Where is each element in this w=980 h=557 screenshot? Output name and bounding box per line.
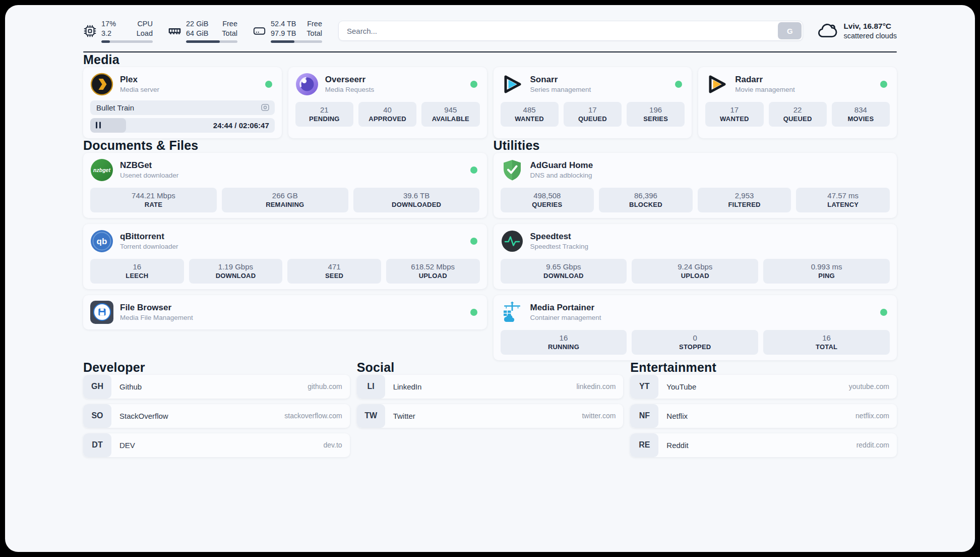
cloud-icon xyxy=(817,21,837,41)
app-link-adguard[interactable]: AdGuard Home DNS and adblocking xyxy=(501,158,890,182)
stat-value: 618.52 Mbps xyxy=(389,262,477,271)
bookmark-dev[interactable]: DT DEV dev.to xyxy=(83,433,350,457)
bookmark-abbr: YT xyxy=(630,375,658,399)
search: G xyxy=(338,21,803,41)
stat-value: 17 xyxy=(567,105,619,114)
stat-label: STOPPED xyxy=(635,343,755,351)
bookmark-stackoverflow[interactable]: SO StackOverflow stackoverflow.com xyxy=(83,404,350,428)
bookmark-name: Reddit xyxy=(666,441,856,450)
app-card-radarr: Radarr Movie management 17 WANTED 22 QUE… xyxy=(698,67,897,138)
stat-label: QUEUED xyxy=(772,115,824,123)
app-card-adguard: AdGuard Home DNS and adblocking 498,508 … xyxy=(494,153,897,218)
app-link-filebrowser[interactable]: File Browser Media File Management xyxy=(90,301,480,324)
stat-tile: 0.993 ms PING xyxy=(763,259,890,284)
stat-tile: 196 SERIES xyxy=(627,102,685,127)
app-title: AdGuard Home xyxy=(530,160,890,171)
search-engine-button[interactable]: G xyxy=(778,22,802,39)
header-bar: 17% 3.2 CPU Load xyxy=(83,19,897,43)
app-title: Speedtest xyxy=(530,232,890,242)
now-playing-row: Bullet Train xyxy=(90,100,275,115)
utilities-column: Utilities AdGuard Home DNS and adbloc xyxy=(494,138,897,360)
app-title: NZBGet xyxy=(120,160,464,171)
stat-label: MOVIES xyxy=(835,115,887,123)
app-link-qbittorrent[interactable]: qb qBittorrent Torrent downloader xyxy=(90,230,480,253)
stat-tile: 21 PENDING xyxy=(295,102,353,127)
storage-progress-fill xyxy=(271,40,294,43)
stat-value: 16 xyxy=(93,262,181,271)
app-title: Radarr xyxy=(735,75,874,85)
app-link-radarr[interactable]: Radarr Movie management xyxy=(705,73,890,96)
playback-time: 24:44 / 02:06:47 xyxy=(213,121,269,130)
stat-tile: 17 QUEUED xyxy=(564,102,622,127)
bookmark-netflix[interactable]: NF Netflix netflix.com xyxy=(630,404,897,428)
storage-label-1: Free xyxy=(307,20,322,28)
stat-tile: 2,953 FILTERED xyxy=(698,188,791,212)
stat-value: 2,953 xyxy=(701,191,788,200)
bookmark-reddit[interactable]: RE Reddit reddit.com xyxy=(630,433,897,457)
stat-value: 47.57 ms xyxy=(799,191,887,200)
app-link-sonarr[interactable]: Sonarr Series management xyxy=(501,73,685,96)
stat-label: DOWNLOADED xyxy=(356,201,477,208)
status-dot xyxy=(470,238,477,245)
stat-label: LEECH xyxy=(93,272,181,280)
bookmark-name: Github xyxy=(119,382,308,391)
bookmark-url: reddit.com xyxy=(856,441,889,449)
stat-value: 266 GB xyxy=(225,191,345,200)
documents-column: Documents & Files nzbget NZBGet xyxy=(83,138,487,360)
app-link-portainer[interactable]: Media Portainer Container management xyxy=(501,301,890,324)
app-title: qBittorrent xyxy=(120,232,464,242)
bookmark-name: StackOverflow xyxy=(119,412,284,420)
weather-widget: Lviv, 16.87°C scattered clouds xyxy=(817,21,897,41)
stat-label: UPLOAD xyxy=(389,272,477,280)
stat-value: 40 xyxy=(361,105,413,114)
bookmark-abbr: GH xyxy=(83,375,111,399)
bookmark-url: netflix.com xyxy=(855,412,889,420)
stat-value: 834 xyxy=(835,105,887,114)
app-link-speedtest[interactable]: Speedtest Speedtest Tracking xyxy=(501,230,890,253)
bookmark-abbr: SO xyxy=(83,404,111,428)
overseerr-icon xyxy=(295,73,319,96)
pause-icon[interactable] xyxy=(96,122,101,129)
stat-label: SEED xyxy=(290,272,378,280)
stat-label: AVAILABLE xyxy=(424,115,476,123)
nzbget-icon: nzbget xyxy=(90,158,113,182)
bookmark-twitter[interactable]: TW Twitter twitter.com xyxy=(357,404,624,428)
stat-value: 744.21 Mbps xyxy=(93,191,214,200)
bookmark-youtube[interactable]: YT YouTube youtube.com xyxy=(630,375,897,399)
playback-progress-bar: 24:44 / 02:06:47 xyxy=(90,118,275,133)
status-dot xyxy=(470,166,477,174)
app-subtitle: Speedtest Tracking xyxy=(530,243,890,250)
stat-value: 485 xyxy=(504,105,556,114)
bookmark-github[interactable]: GH Github github.com xyxy=(83,375,350,399)
stat-label: PENDING xyxy=(298,115,350,123)
bookmark-linkedin[interactable]: LI LinkedIn linkedin.com xyxy=(357,375,624,399)
bookmark-abbr: DT xyxy=(83,433,111,457)
cpu-percent: 17% xyxy=(101,20,116,28)
section-title-media: Media xyxy=(83,52,897,67)
stat-label: UPLOAD xyxy=(635,272,755,280)
stat-tile: 16 LEECH xyxy=(90,259,184,284)
app-title: Sonarr xyxy=(530,75,669,85)
app-title: File Browser xyxy=(120,303,464,313)
memory-icon xyxy=(168,24,181,38)
cpu-label-2: Load xyxy=(137,29,153,37)
bookmark-name: Twitter xyxy=(393,412,582,420)
cpu-icon xyxy=(83,24,97,38)
app-title: Overseerr xyxy=(325,75,464,85)
app-title: Plex xyxy=(120,75,259,85)
app-card-plex: Plex Media server Bullet Train 24:44 / 0… xyxy=(83,67,282,138)
app-subtitle: Container management xyxy=(530,314,874,321)
svg-text:nzbget: nzbget xyxy=(93,166,110,173)
stat-tile: 22 QUEUED xyxy=(769,102,827,127)
app-subtitle: Torrent downloader xyxy=(120,243,464,250)
stat-label: RATE xyxy=(93,201,214,208)
app-link-plex[interactable]: Plex Media server xyxy=(90,73,275,96)
app-link-nzbget[interactable]: nzbget NZBGet Usenet downloader xyxy=(90,158,480,182)
stat-label: SERIES xyxy=(630,115,682,123)
search-input[interactable] xyxy=(338,21,803,41)
stat-value: 1.19 Gbps xyxy=(192,262,280,271)
app-subtitle: Media File Management xyxy=(120,314,464,321)
app-link-overseerr[interactable]: Overseerr Media Requests xyxy=(295,73,480,96)
section-title-utilities: Utilities xyxy=(494,138,897,153)
stat-tile: 40 APPROVED xyxy=(358,102,416,127)
